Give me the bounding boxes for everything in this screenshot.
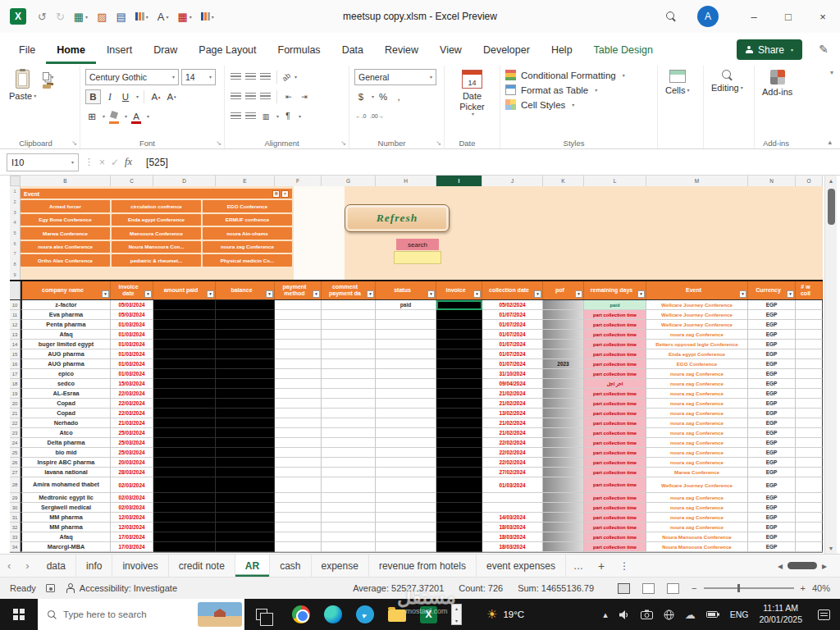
cell-payment-method[interactable]	[275, 330, 322, 340]
align-bottom-icon[interactable]	[260, 73, 271, 81]
fill-color-button[interactable]	[107, 109, 121, 124]
cell-company[interactable]: lavana national	[21, 468, 111, 477]
cell-company[interactable]: AL-Esraa	[21, 389, 111, 399]
cell-balance[interactable]	[216, 448, 275, 458]
cell-invoice-date[interactable]: 12/03/2024	[111, 513, 153, 523]
cell-event[interactable]: Betters opposed legle Conference	[646, 340, 748, 349]
cell-payment-method[interactable]	[275, 532, 322, 542]
onedrive-cloud-icon[interactable]: ☁	[685, 609, 696, 621]
cell-invoice-date[interactable]: 01/03/2024	[111, 320, 153, 330]
slicer-multiselect-icon[interactable]: ≣	[272, 190, 280, 198]
table-row[interactable]: 10z-factor05/03/2024paid05/02/2024paidWe…	[10, 300, 823, 310]
filter-button[interactable]: ▾	[739, 290, 746, 298]
format-as-table-button[interactable]: Format as Table▾	[505, 84, 625, 95]
filter-button[interactable]: ▾	[313, 290, 320, 298]
cell-balance[interactable]	[216, 310, 275, 320]
cell-pof[interactable]	[543, 503, 584, 513]
cell-pof[interactable]	[543, 438, 584, 448]
cell-event[interactable]: noura zag Conference	[646, 418, 748, 428]
cell-comment-payment[interactable]	[322, 379, 376, 389]
cell-pof[interactable]	[543, 448, 584, 458]
search-highlight-image[interactable]	[198, 602, 242, 627]
row-number[interactable]: 17	[10, 369, 21, 379]
cell-currency[interactable]: EGP	[748, 340, 796, 349]
collapse-ribbon-icon[interactable]: ▴	[828, 138, 832, 146]
filter-button[interactable]: ▾	[575, 290, 582, 298]
cell-balance[interactable]	[216, 542, 275, 552]
cell-amount-paid[interactable]	[153, 477, 216, 493]
column-letter-M[interactable]: M	[646, 176, 748, 186]
header-collection-date[interactable]: collection date▾	[482, 281, 543, 299]
column-letter-N[interactable]: N	[748, 176, 796, 186]
cell-currency[interactable]: EGP	[748, 458, 796, 468]
slicer-item[interactable]: noura alex Conference	[21, 241, 110, 253]
vertical-scrollbar[interactable]: ▲ ▼	[824, 176, 837, 554]
cell-payment-method[interactable]	[275, 389, 322, 399]
cell-pof[interactable]	[543, 310, 584, 320]
cell-status[interactable]	[376, 532, 436, 542]
table-row[interactable]: 33Afaq17/03/202418/03/2024part collectio…	[10, 532, 823, 542]
cell-pof[interactable]: 2023	[543, 359, 584, 369]
cell-company[interactable]: Nerhado	[21, 418, 111, 428]
font-color-button[interactable]: A	[130, 109, 143, 124]
cell-pof[interactable]	[543, 300, 584, 310]
cell-status[interactable]	[376, 399, 436, 409]
cell-remaining-days[interactable]: paid	[584, 300, 646, 310]
cell-amount-paid[interactable]	[153, 330, 216, 340]
cell-status[interactable]	[376, 428, 436, 438]
insert-function-icon[interactable]: fx	[125, 156, 132, 168]
cell-company[interactable]: Copad	[21, 399, 111, 409]
cell-collection-date[interactable]: 01/07/2024	[482, 349, 543, 359]
cell-invoice[interactable]	[436, 477, 482, 493]
table-row[interactable]: 23Atco25/03/202421/02/2024part collectio…	[10, 428, 823, 438]
cell-remaining-days[interactable]: part collection time	[584, 513, 646, 523]
cell-pof[interactable]	[543, 330, 584, 340]
formula-value[interactable]: [525]	[146, 157, 168, 168]
accounting-format-button[interactable]: $	[354, 89, 368, 104]
cell-payment-method[interactable]	[275, 468, 322, 477]
table-row[interactable]: 14buger limited egypt01/03/202401/07/202…	[10, 340, 823, 349]
conditional-formatting-button[interactable]: Conditional Formatting▾	[505, 70, 625, 80]
cell-amount-paid[interactable]	[153, 359, 216, 369]
row-number[interactable]: 16	[10, 359, 21, 369]
cell-collection-date[interactable]: 13/02/2024	[482, 409, 543, 418]
cell-pof[interactable]	[543, 493, 584, 503]
column-letter-J[interactable]: J	[482, 176, 543, 186]
zoom-out-icon[interactable]: −	[692, 583, 696, 593]
cell-currency[interactable]: EGP	[748, 493, 796, 503]
font-icon[interactable]: A▾	[158, 11, 169, 23]
row-number[interactable]: 29	[10, 493, 21, 503]
cell-extra[interactable]	[796, 428, 823, 438]
sheet-tab-cash[interactable]: cash	[270, 555, 311, 577]
cell-extra[interactable]	[796, 320, 823, 330]
decrease-decimal-button[interactable]: .00→	[370, 109, 384, 124]
cell-invoice-date[interactable]: 05/03/2024	[111, 310, 153, 320]
cell-company[interactable]: AUG pharma	[21, 349, 111, 359]
table-row[interactable]: 26Inspire ABC pharma20/03/202422/02/2024…	[10, 458, 823, 468]
cell-invoice[interactable]	[436, 409, 482, 418]
draw-icon[interactable]: ✎	[819, 43, 829, 56]
cell-company[interactable]: Delta pharma	[21, 438, 111, 448]
cell-company[interactable]: Sergiwell medical	[21, 503, 111, 513]
cell-company[interactable]: Penta pharma	[21, 320, 111, 330]
cell-extra[interactable]	[796, 477, 823, 493]
row-number[interactable]: 34	[10, 542, 21, 552]
cell-extra[interactable]	[796, 523, 823, 532]
cell-payment-method[interactable]	[275, 300, 322, 310]
sheet-tab-invoives[interactable]: invoives	[112, 555, 168, 577]
cell-payment-method[interactable]	[275, 359, 322, 369]
cell-company[interactable]: epico	[21, 369, 111, 379]
cell-balance[interactable]	[216, 379, 275, 389]
cell-extra[interactable]	[796, 399, 823, 409]
cell-comment-payment[interactable]	[322, 493, 376, 503]
select-all-corner[interactable]	[10, 176, 21, 186]
scroll-left-icon[interactable]: ◂	[778, 560, 783, 572]
cell-company[interactable]: Eva pharma	[21, 310, 111, 320]
column-letter-B[interactable]: B	[21, 176, 111, 186]
cell-invoice-date[interactable]: 28/03/2024	[111, 468, 153, 477]
column-letter-C[interactable]: C	[111, 176, 153, 186]
volume-icon[interactable]	[619, 609, 630, 620]
cell-invoice-date[interactable]: 15/03/2024	[111, 379, 153, 389]
cell-extra[interactable]	[796, 503, 823, 513]
cell-status[interactable]	[376, 320, 436, 330]
